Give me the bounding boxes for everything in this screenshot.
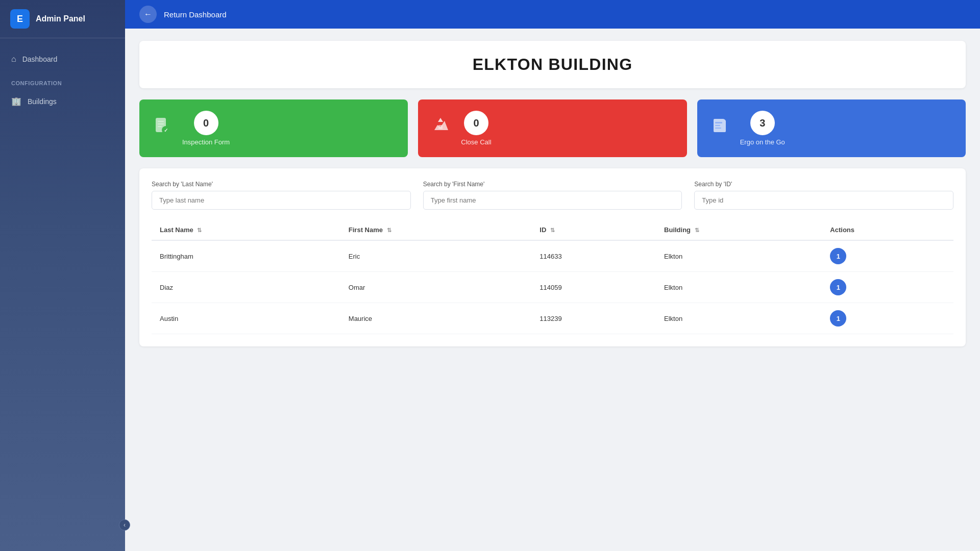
home-icon: ⌂ (11, 55, 16, 64)
stat-ergo-right: 3 Ergo on the Go (740, 111, 785, 146)
svg-rect-10 (715, 128, 721, 129)
sidebar-section-label: CONFIGURATION (0, 70, 125, 90)
last-name-search-group: Search by 'Last Name' (152, 181, 411, 210)
cell-last-name: Austin (152, 303, 340, 334)
id-search-label: Search by 'ID' (694, 181, 953, 188)
last-name-sort-icon: ⇅ (197, 227, 202, 233)
main-content: ← Return Dashboard ELKTON BUILDING ✓ (125, 0, 980, 551)
svg-rect-7 (438, 125, 443, 129)
action-button[interactable]: 1 (830, 310, 846, 327)
col-last-name[interactable]: Last Name ⇅ (152, 220, 340, 240)
action-button[interactable]: 1 (830, 248, 846, 264)
search-row: Search by 'Last Name' Search by 'First N… (152, 181, 953, 210)
cell-id: 114059 (531, 272, 656, 303)
cell-id: 114633 (531, 240, 656, 272)
topbar: ← Return Dashboard (125, 0, 980, 29)
svg-rect-2 (158, 123, 164, 124)
first-name-sort-icon: ⇅ (387, 227, 391, 233)
last-name-search-input[interactable] (152, 191, 411, 210)
col-id[interactable]: ID ⇅ (531, 220, 656, 240)
cell-building: Elkton (656, 303, 822, 334)
id-search-input[interactable] (694, 191, 953, 210)
stat-card-inspection[interactable]: ✓ 0 Inspection Form (139, 99, 408, 157)
id-search-group: Search by 'ID' (694, 181, 953, 210)
first-name-search-label: Search by 'First Name' (423, 181, 682, 188)
back-icon: ← (144, 10, 152, 19)
svg-marker-6 (438, 118, 443, 122)
buildings-icon: 🏢 (11, 96, 21, 106)
stat-card-ergo[interactable]: 3 Ergo on the Go (697, 99, 966, 157)
stat-closecall-right: 0 Close Call (461, 111, 491, 146)
cell-building: Elkton (656, 240, 822, 272)
first-name-search-input[interactable] (423, 191, 682, 210)
cell-first-name: Maurice (340, 303, 531, 334)
back-button[interactable]: ← (139, 6, 157, 23)
stats-row: ✓ 0 Inspection Form 0 (139, 99, 966, 157)
cell-id: 113239 (531, 303, 656, 334)
data-table: Last Name ⇅ First Name ⇅ ID ⇅ Building ⇅… (152, 220, 953, 334)
sidebar-header: E Admin Panel (0, 0, 125, 38)
cell-first-name: Eric (340, 240, 531, 272)
table-header-row: Last Name ⇅ First Name ⇅ ID ⇅ Building ⇅… (152, 220, 953, 240)
cell-building: Elkton (656, 272, 822, 303)
last-name-search-label: Search by 'Last Name' (152, 181, 411, 188)
content-area: ELKTON BUILDING ✓ 0 Insp (125, 29, 980, 551)
sidebar-item-dashboard[interactable]: ⌂ Dashboard (0, 48, 125, 70)
svg-rect-9 (715, 125, 720, 126)
building-title: ELKTON BUILDING (154, 55, 951, 74)
cell-last-name: Brittingham (152, 240, 340, 272)
col-building[interactable]: Building ⇅ (656, 220, 822, 240)
first-name-search-group: Search by 'First Name' (423, 181, 682, 210)
table-card: Search by 'Last Name' Search by 'First N… (139, 168, 966, 346)
cell-actions: 1 (822, 272, 953, 303)
building-title-card: ELKTON BUILDING (139, 41, 966, 88)
stat-closecall-label: Close Call (461, 138, 491, 146)
svg-text:✓: ✓ (164, 128, 168, 133)
sidebar-item-buildings[interactable]: 🏢 Buildings (0, 90, 125, 112)
inspection-form-icon: ✓ (152, 116, 172, 141)
sidebar-title: Admin Panel (36, 14, 85, 23)
cell-actions: 1 (822, 303, 953, 334)
svg-rect-8 (715, 122, 722, 123)
stat-inspection-label: Inspection Form (182, 138, 230, 146)
stat-inspection-right: 0 Inspection Form (182, 111, 230, 146)
cell-last-name: Diaz (152, 272, 340, 303)
col-first-name[interactable]: First Name ⇅ (340, 220, 531, 240)
topbar-title: Return Dashboard (164, 10, 227, 19)
sidebar-nav: ⌂ Dashboard CONFIGURATION 🏢 Buildings (0, 38, 125, 122)
sidebar-dashboard-label: Dashboard (22, 55, 58, 63)
ergo-icon (709, 116, 730, 141)
table-row: Diaz Omar 114059 Elkton 1 (152, 272, 953, 303)
sidebar: E Admin Panel ⌂ Dashboard CONFIGURATION … (0, 0, 125, 551)
table-row: Brittingham Eric 114633 Elkton 1 (152, 240, 953, 272)
stat-closecall-badge: 0 (464, 111, 488, 135)
cell-actions: 1 (822, 240, 953, 272)
cell-first-name: Omar (340, 272, 531, 303)
sidebar-collapse-button[interactable]: ‹ (119, 519, 130, 531)
sidebar-buildings-label: Buildings (28, 97, 57, 106)
table-row: Austin Maurice 113239 Elkton 1 (152, 303, 953, 334)
stat-ergo-label: Ergo on the Go (740, 138, 785, 146)
stat-ergo-badge: 3 (750, 111, 775, 135)
col-actions: Actions (822, 220, 953, 240)
stat-card-closecall[interactable]: 0 Close Call (418, 99, 687, 157)
stat-inspection-badge: 0 (194, 111, 218, 135)
svg-rect-1 (158, 121, 164, 122)
id-sort-icon: ⇅ (550, 227, 555, 233)
close-call-icon (430, 116, 451, 141)
sidebar-logo: E (10, 9, 30, 29)
svg-rect-3 (158, 126, 162, 127)
action-button[interactable]: 1 (830, 279, 846, 295)
building-sort-icon: ⇅ (695, 227, 699, 233)
